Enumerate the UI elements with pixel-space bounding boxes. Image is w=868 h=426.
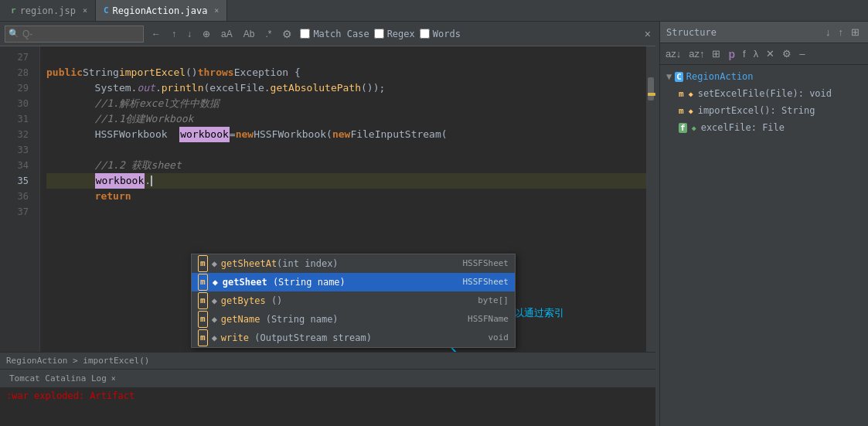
regex-checkbox[interactable] bbox=[374, 29, 384, 39]
tab-bar: r region.jsp × C RegionAction.java × bbox=[0, 0, 868, 22]
scrollbar-thumb bbox=[648, 77, 654, 101]
line-num-32: 32 bbox=[9, 127, 33, 142]
search-input-wrapper[interactable]: 🔍 bbox=[5, 26, 144, 43]
structure-btn-2[interactable]: ↑ bbox=[836, 25, 846, 39]
search-regex-btn2[interactable]: .* bbox=[262, 27, 274, 41]
structure-header: Structure ↓ ↑ ⊞ bbox=[660, 22, 868, 43]
tree-member-name-2: excelFile: File bbox=[701, 122, 785, 133]
search-bar: 🔍 ← ↑ ↓ ⊕ aA Ab .* ⚙ Match Case Regex Wo… bbox=[0, 22, 655, 46]
line-num-31: 31 bbox=[9, 111, 33, 127]
code-line-34: //1.2 获取sheet bbox=[46, 158, 646, 173]
struct-btn-p[interactable]: p bbox=[726, 46, 737, 62]
line-num-33: 33 bbox=[9, 142, 33, 158]
match-case-option[interactable]: Match Case bbox=[300, 29, 369, 39]
ac-icon-method-4: m bbox=[198, 329, 208, 346]
search-more-button[interactable]: Ab bbox=[240, 27, 258, 41]
search-down-button[interactable]: ↓ bbox=[184, 27, 195, 41]
ac-item-name-1: getSheet (String name) bbox=[223, 274, 460, 290]
tree-class-name: RegionAction bbox=[686, 71, 754, 82]
structure-btn-1[interactable]: ↓ bbox=[823, 25, 833, 39]
main-area: 🔍 ← ↑ ↓ ⊕ aA Ab .* ⚙ Match Case Regex Wo… bbox=[0, 22, 868, 426]
tree-expand-icon: ▼ bbox=[666, 71, 672, 82]
tree-item-importExcel[interactable]: m ◆ importExcel(): String bbox=[660, 102, 868, 119]
tree-class-icon: C bbox=[675, 72, 683, 82]
ac-item-name-2: getBytes () bbox=[221, 293, 475, 308]
tree-member-name-1: importExcel(): String bbox=[698, 105, 815, 116]
struct-expand[interactable]: ⊞ bbox=[710, 46, 723, 61]
structure-header-buttons: ↓ ↑ ⊞ bbox=[823, 25, 862, 39]
log-tab-bar: Tomcat Catalina Log × bbox=[0, 369, 655, 387]
ac-item-2[interactable]: m ◆ getBytes () byte[] bbox=[192, 291, 515, 310]
code-line-37 bbox=[46, 204, 646, 220]
code-line-36: return bbox=[46, 189, 646, 204]
ac-item-type-0: HSSFSheet bbox=[462, 256, 509, 271]
ac-item-type-1: HSSFSheet bbox=[462, 274, 509, 290]
breadcrumb: RegionAction > importExcel() bbox=[0, 352, 655, 369]
tree-item-setExcelFile[interactable]: m ◆ setExcelFile(File): void bbox=[660, 85, 868, 102]
struct-btn-anon[interactable]: λ bbox=[751, 46, 761, 61]
tree-vis-1: ◆ bbox=[689, 107, 693, 115]
tree-method-icon-1: m bbox=[679, 106, 684, 116]
structure-tree: ▼ C RegionAction m ◆ setExcelFile(File):… bbox=[660, 65, 868, 426]
line-num-27: 27 bbox=[9, 49, 33, 65]
jsp-icon: r bbox=[11, 5, 16, 15]
tree-item-excelFile[interactable]: f ◆ excelFile: File bbox=[660, 119, 868, 136]
tree-member-name-0: setExcelFile(File): void bbox=[698, 88, 832, 99]
struct-btn-f[interactable]: f bbox=[740, 46, 748, 61]
log-tab-tomcat[interactable]: Tomcat Catalina Log × bbox=[3, 370, 122, 387]
ac-item-4[interactable]: m ◆ write (OutputStream stream) void bbox=[192, 329, 515, 347]
editor-scrollbar[interactable] bbox=[646, 46, 655, 352]
struct-sort-type[interactable]: az↑ bbox=[686, 46, 706, 61]
ac-item-type-3: HSSFName bbox=[468, 312, 509, 327]
tree-item-class[interactable]: ▼ C RegionAction bbox=[660, 68, 868, 85]
match-case-checkbox[interactable] bbox=[300, 29, 310, 39]
search-close-button[interactable]: × bbox=[645, 28, 651, 40]
log-content: :war exploded: Artifact bbox=[0, 387, 655, 426]
line-num-34: 34 bbox=[9, 158, 33, 173]
tab-region-jsp[interactable]: r region.jsp × bbox=[3, 0, 96, 21]
code-line-33 bbox=[46, 142, 646, 158]
tab-region-action-java[interactable]: C RegionAction.java × bbox=[96, 0, 227, 21]
ac-item-3[interactable]: m ◆ getName (String name) HSSFName bbox=[192, 310, 515, 329]
struct-btn-gear[interactable]: ⚙ bbox=[780, 46, 794, 61]
search-refresh-button[interactable]: ⊕ bbox=[199, 27, 213, 41]
tab-close-region-action-java[interactable]: × bbox=[214, 6, 219, 15]
ac-icon-method-3: m bbox=[198, 311, 208, 328]
ac-item-name-4: write (OutputStream stream) bbox=[221, 330, 485, 346]
words-label: Words bbox=[433, 29, 461, 39]
ac-item-0[interactable]: m ◆ getSheetAt(int index) HSSFSheet bbox=[192, 254, 515, 273]
tab-close-region-jsp[interactable]: × bbox=[83, 6, 87, 15]
search-next-button[interactable]: ↑ bbox=[168, 27, 179, 41]
scrollbar-marker-yellow bbox=[648, 93, 655, 96]
code-editor[interactable]: 27 28 29 30 31 32 33 34 35 36 37 public … bbox=[0, 46, 655, 352]
code-line-35: workbook. bbox=[46, 173, 646, 189]
code-line-30: //1.解析excel文件中数据 bbox=[46, 96, 646, 111]
log-tab-label: Tomcat Catalina Log bbox=[9, 373, 107, 383]
line-num-37: 37 bbox=[9, 204, 33, 220]
line-num-29: 29 bbox=[9, 80, 33, 96]
struct-btn-x[interactable]: ✕ bbox=[764, 46, 777, 61]
search-prev-button[interactable]: ← bbox=[148, 27, 164, 41]
search-ab-button[interactable]: aA bbox=[218, 27, 236, 41]
ac-icon-method-2: m bbox=[198, 292, 208, 309]
structure-btn-3[interactable]: ⊞ bbox=[849, 25, 862, 39]
words-option[interactable]: Words bbox=[420, 29, 461, 39]
words-checkbox[interactable] bbox=[420, 29, 430, 39]
line-num-35: 35 bbox=[9, 173, 33, 189]
search-settings-button[interactable]: ⚙ bbox=[279, 26, 295, 42]
code-line-29: System.out.println(excelFile.getAbsolute… bbox=[46, 80, 646, 96]
tree-vis-0: ◆ bbox=[689, 90, 693, 98]
log-tab-close[interactable]: × bbox=[111, 374, 116, 383]
code-content[interactable]: public String importExcel() throws Excep… bbox=[40, 46, 646, 352]
ac-item-name-0: getSheetAt(int index) bbox=[221, 256, 460, 271]
search-input[interactable] bbox=[22, 29, 138, 39]
struct-sort-alpha[interactable]: az↓ bbox=[663, 46, 683, 61]
regex-option[interactable]: Regex bbox=[374, 29, 415, 39]
log-text: :war exploded: Artifact bbox=[6, 390, 134, 401]
search-icon: 🔍 bbox=[9, 29, 19, 39]
ac-item-1[interactable]: m ◆ getSheet (String name) HSSFSheet bbox=[192, 273, 515, 291]
autocomplete-popup[interactable]: m ◆ getSheetAt(int index) HSSFSheet m ◆ … bbox=[191, 254, 516, 348]
ac-item-type-2: byte[] bbox=[478, 293, 509, 308]
line-num-30: 30 bbox=[9, 96, 33, 111]
struct-btn-hide[interactable]: – bbox=[797, 46, 807, 61]
